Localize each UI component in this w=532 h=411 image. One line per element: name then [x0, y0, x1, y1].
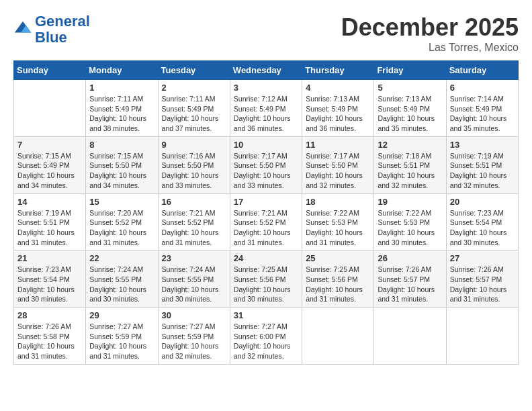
- week-row-3: 14Sunrise: 7:19 AMSunset: 5:51 PMDayligh…: [14, 193, 519, 250]
- day-cell: 4Sunrise: 7:13 AMSunset: 5:49 PMDaylight…: [302, 80, 374, 137]
- day-number: 2: [162, 83, 226, 93]
- day-cell: 5Sunrise: 7:13 AMSunset: 5:49 PMDaylight…: [374, 80, 446, 137]
- day-number: 21: [17, 253, 82, 263]
- day-cell: 30Sunrise: 7:27 AMSunset: 5:59 PMDayligh…: [158, 308, 230, 365]
- day-info: Sunrise: 7:13 AMSunset: 5:49 PMDaylight:…: [378, 94, 442, 134]
- day-cell: 16Sunrise: 7:21 AMSunset: 5:52 PMDayligh…: [158, 193, 230, 250]
- day-number: 18: [306, 197, 370, 207]
- header-cell-monday: Monday: [86, 61, 158, 80]
- day-number: 7: [17, 140, 82, 150]
- day-info: Sunrise: 7:11 AMSunset: 5:49 PMDaylight:…: [89, 94, 154, 134]
- logo-text: General Blue: [35, 13, 90, 46]
- day-cell: [14, 80, 86, 137]
- day-info: Sunrise: 7:21 AMSunset: 5:52 PMDaylight:…: [162, 208, 226, 248]
- day-info: Sunrise: 7:12 AMSunset: 5:49 PMDaylight:…: [234, 94, 298, 134]
- day-number: 10: [234, 140, 298, 150]
- header-cell-sunday: Sunday: [14, 61, 86, 80]
- day-info: Sunrise: 7:26 AMSunset: 5:57 PMDaylight:…: [378, 265, 442, 304]
- location: Las Torres, Mexico: [341, 42, 519, 54]
- day-number: 17: [234, 197, 298, 207]
- day-info: Sunrise: 7:24 AMSunset: 5:55 PMDaylight:…: [162, 265, 226, 304]
- day-cell: 1Sunrise: 7:11 AMSunset: 5:49 PMDaylight…: [86, 80, 158, 137]
- day-number: 15: [89, 197, 154, 207]
- day-cell: 22Sunrise: 7:24 AMSunset: 5:55 PMDayligh…: [86, 250, 158, 308]
- day-number: 1: [89, 83, 154, 93]
- month-title: December 2025: [341, 13, 519, 42]
- day-cell: 7Sunrise: 7:15 AMSunset: 5:49 PMDaylight…: [14, 136, 86, 193]
- day-number: 31: [234, 310, 298, 320]
- day-cell: 6Sunrise: 7:14 AMSunset: 5:49 PMDaylight…: [446, 80, 518, 137]
- day-info: Sunrise: 7:14 AMSunset: 5:49 PMDaylight:…: [450, 94, 515, 134]
- day-info: Sunrise: 7:26 AMSunset: 5:58 PMDaylight:…: [17, 322, 82, 361]
- header: General Blue December 2025 Las Torres, M…: [13, 13, 519, 54]
- day-number: 20: [450, 197, 515, 207]
- logo: General Blue: [13, 13, 90, 46]
- day-info: Sunrise: 7:18 AMSunset: 5:51 PMDaylight:…: [378, 151, 442, 191]
- day-info: Sunrise: 7:27 AMSunset: 5:59 PMDaylight:…: [89, 322, 154, 361]
- day-info: Sunrise: 7:19 AMSunset: 5:51 PMDaylight:…: [17, 208, 82, 248]
- day-cell: 12Sunrise: 7:18 AMSunset: 5:51 PMDayligh…: [374, 136, 446, 193]
- day-number: 27: [450, 253, 515, 263]
- header-cell-saturday: Saturday: [446, 61, 518, 80]
- day-cell: 11Sunrise: 7:17 AMSunset: 5:50 PMDayligh…: [302, 136, 374, 193]
- day-info: Sunrise: 7:17 AMSunset: 5:50 PMDaylight:…: [306, 151, 370, 191]
- day-info: Sunrise: 7:17 AMSunset: 5:50 PMDaylight:…: [234, 151, 298, 191]
- day-number: 9: [162, 140, 226, 150]
- day-info: Sunrise: 7:25 AMSunset: 5:56 PMDaylight:…: [306, 265, 370, 304]
- day-info: Sunrise: 7:27 AMSunset: 5:59 PMDaylight:…: [162, 322, 226, 361]
- week-row-2: 7Sunrise: 7:15 AMSunset: 5:49 PMDaylight…: [14, 136, 519, 193]
- day-cell: 3Sunrise: 7:12 AMSunset: 5:49 PMDaylight…: [230, 80, 302, 137]
- day-number: 22: [89, 253, 154, 263]
- day-cell: 9Sunrise: 7:16 AMSunset: 5:50 PMDaylight…: [158, 136, 230, 193]
- calendar-table: SundayMondayTuesdayWednesdayThursdayFrid…: [13, 60, 519, 365]
- day-info: Sunrise: 7:15 AMSunset: 5:49 PMDaylight:…: [17, 151, 82, 191]
- day-cell: [446, 308, 518, 365]
- day-number: 13: [450, 140, 515, 150]
- logo-icon: [13, 19, 32, 38]
- day-cell: 31Sunrise: 7:27 AMSunset: 6:00 PMDayligh…: [230, 308, 302, 365]
- day-number: 29: [89, 310, 154, 320]
- day-info: Sunrise: 7:21 AMSunset: 5:52 PMDaylight:…: [234, 208, 298, 248]
- day-info: Sunrise: 7:27 AMSunset: 6:00 PMDaylight:…: [234, 322, 298, 361]
- day-info: Sunrise: 7:23 AMSunset: 5:54 PMDaylight:…: [17, 265, 82, 304]
- day-cell: 23Sunrise: 7:24 AMSunset: 5:55 PMDayligh…: [158, 250, 230, 308]
- day-cell: 27Sunrise: 7:26 AMSunset: 5:57 PMDayligh…: [446, 250, 518, 308]
- day-cell: 15Sunrise: 7:20 AMSunset: 5:52 PMDayligh…: [86, 193, 158, 250]
- day-info: Sunrise: 7:20 AMSunset: 5:52 PMDaylight:…: [89, 208, 154, 248]
- day-cell: 10Sunrise: 7:17 AMSunset: 5:50 PMDayligh…: [230, 136, 302, 193]
- header-row: SundayMondayTuesdayWednesdayThursdayFrid…: [14, 61, 519, 80]
- day-cell: [302, 308, 374, 365]
- day-cell: 20Sunrise: 7:23 AMSunset: 5:54 PMDayligh…: [446, 193, 518, 250]
- header-cell-wednesday: Wednesday: [230, 61, 302, 80]
- day-info: Sunrise: 7:13 AMSunset: 5:49 PMDaylight:…: [306, 94, 370, 134]
- day-number: 14: [17, 197, 82, 207]
- day-cell: 25Sunrise: 7:25 AMSunset: 5:56 PMDayligh…: [302, 250, 374, 308]
- day-number: 25: [306, 253, 370, 263]
- header-cell-tuesday: Tuesday: [158, 61, 230, 80]
- week-row-1: 1Sunrise: 7:11 AMSunset: 5:49 PMDaylight…: [14, 80, 519, 137]
- day-info: Sunrise: 7:23 AMSunset: 5:54 PMDaylight:…: [450, 208, 515, 248]
- day-info: Sunrise: 7:22 AMSunset: 5:53 PMDaylight:…: [378, 208, 442, 248]
- day-cell: 2Sunrise: 7:11 AMSunset: 5:49 PMDaylight…: [158, 80, 230, 137]
- day-info: Sunrise: 7:22 AMSunset: 5:53 PMDaylight:…: [306, 208, 370, 248]
- day-cell: 21Sunrise: 7:23 AMSunset: 5:54 PMDayligh…: [14, 250, 86, 308]
- day-number: 30: [162, 310, 226, 320]
- day-info: Sunrise: 7:11 AMSunset: 5:49 PMDaylight:…: [162, 94, 226, 134]
- day-number: 6: [450, 83, 515, 93]
- day-number: 19: [378, 197, 442, 207]
- week-row-5: 28Sunrise: 7:26 AMSunset: 5:58 PMDayligh…: [14, 308, 519, 365]
- day-cell: [374, 308, 446, 365]
- day-cell: 17Sunrise: 7:21 AMSunset: 5:52 PMDayligh…: [230, 193, 302, 250]
- day-number: 16: [162, 197, 226, 207]
- day-info: Sunrise: 7:26 AMSunset: 5:57 PMDaylight:…: [450, 265, 515, 304]
- day-number: 4: [306, 83, 370, 93]
- day-info: Sunrise: 7:25 AMSunset: 5:56 PMDaylight:…: [234, 265, 298, 304]
- day-number: 23: [162, 253, 226, 263]
- day-cell: 18Sunrise: 7:22 AMSunset: 5:53 PMDayligh…: [302, 193, 374, 250]
- day-info: Sunrise: 7:15 AMSunset: 5:50 PMDaylight:…: [89, 151, 154, 191]
- day-cell: 8Sunrise: 7:15 AMSunset: 5:50 PMDaylight…: [86, 136, 158, 193]
- day-info: Sunrise: 7:19 AMSunset: 5:51 PMDaylight:…: [450, 151, 515, 191]
- day-info: Sunrise: 7:16 AMSunset: 5:50 PMDaylight:…: [162, 151, 226, 191]
- day-cell: 13Sunrise: 7:19 AMSunset: 5:51 PMDayligh…: [446, 136, 518, 193]
- day-cell: 24Sunrise: 7:25 AMSunset: 5:56 PMDayligh…: [230, 250, 302, 308]
